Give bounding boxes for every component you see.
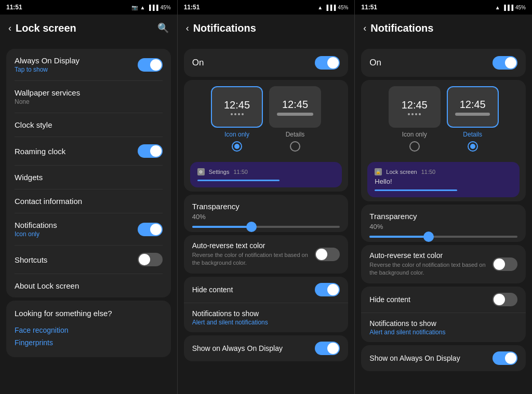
- face-recognition-link[interactable]: Face recognition: [15, 324, 163, 336]
- hide-content-text-2: Hide content: [369, 295, 486, 304]
- roaming-clock-toggle[interactable]: [138, 144, 163, 158]
- header-notifications-2: ‹ Notifications: [355, 15, 532, 42]
- notif-time-2: 11:50: [421, 169, 436, 175]
- radio-details-1[interactable]: [290, 141, 300, 152]
- slider-thumb-2[interactable]: [423, 232, 434, 242]
- notif-to-show-row-2[interactable]: Notifications to show Alert and silent n…: [361, 313, 526, 342]
- status-bar-mid: 11:51 ▲ ▐▐▐ 45%: [178, 0, 355, 15]
- notif-to-show-row-1[interactable]: Notifications to show Alert and silent n…: [184, 303, 349, 332]
- signal-icon-right: ▐▐▐: [502, 5, 513, 10]
- back-icon-notif2[interactable]: ‹: [363, 23, 366, 34]
- slider-track-2[interactable]: [369, 236, 517, 238]
- slider-fill-2: [369, 236, 429, 238]
- on-label-1: On: [192, 58, 204, 68]
- shortcuts-label: Shortcuts: [15, 255, 138, 264]
- notifications-1-title: Notifications: [193, 22, 347, 34]
- lock-screen-title: Lock screen: [16, 22, 157, 34]
- notifications-text: Notifications Icon only: [15, 221, 138, 238]
- menu-item-about-lock[interactable]: About Lock screen: [6, 274, 171, 297]
- transparency-value-1: 40%: [192, 213, 340, 221]
- radio-icon-only-1[interactable]: [232, 141, 242, 152]
- slider-thumb-1[interactable]: [246, 222, 257, 232]
- notifications-toggle[interactable]: [138, 223, 163, 236]
- aod-row-1: Show on Always On Display: [184, 335, 349, 361]
- roaming-clock-text: Roaming clock: [15, 147, 138, 156]
- style-selector-card-1: 12:45 Icon only: [184, 80, 349, 192]
- notifications-2-body: On 12:45: [355, 42, 532, 394]
- aod-row-2: Show on Always On Display: [361, 345, 526, 371]
- aod-toggle-1[interactable]: [315, 342, 340, 355]
- on-toggle-2[interactable]: [493, 56, 517, 70]
- on-toggle-card-2: On: [361, 49, 526, 77]
- auto-reverse-sub-2: Reverse the color of notification text b…: [369, 261, 486, 277]
- auto-reverse-label-1: Auto-reverse text color: [192, 241, 309, 250]
- aod-text-2: Show on Always On Display: [369, 354, 486, 362]
- menu-item-widgets[interactable]: Widgets: [6, 166, 171, 189]
- hide-content-toggle-2[interactable]: [493, 293, 517, 306]
- shortcuts-toggle[interactable]: [138, 253, 163, 266]
- about-lock-label: About Lock screen: [15, 281, 163, 290]
- about-lock-text: About Lock screen: [15, 281, 163, 290]
- wallpaper-label: Wallpaper services: [15, 88, 163, 97]
- notif-to-show-label-1: Notifications to show: [192, 309, 340, 318]
- widgets-text: Widgets: [15, 173, 163, 182]
- notif-app-icon-2: 🔒: [375, 168, 382, 175]
- notifications-1-body: On 12:45: [178, 42, 355, 394]
- hide-content-knob-1: [327, 284, 339, 295]
- menu-item-clock-style[interactable]: Clock style: [6, 113, 171, 137]
- status-icons-mid: ▲ ▐▐▐ 45%: [317, 5, 348, 10]
- slider-track-1[interactable]: [192, 226, 340, 228]
- auto-reverse-row-2: Auto-reverse text color Reverse the colo…: [361, 245, 526, 283]
- menu-item-always-on-display[interactable]: Always On Display Tap to show: [6, 49, 171, 80]
- menu-item-contact-info[interactable]: Contact information: [6, 189, 171, 213]
- on-toggle-knob-1: [327, 57, 339, 69]
- menu-item-shortcuts[interactable]: Shortcuts: [6, 246, 171, 274]
- auto-reverse-toggle-1[interactable]: [315, 248, 340, 261]
- menu-item-roaming-clock[interactable]: Roaming clock: [6, 137, 171, 165]
- aod-toggle-2[interactable]: [493, 351, 517, 365]
- dot3: [238, 113, 240, 115]
- notif-to-show-value-1: Alert and silent notifications: [192, 319, 340, 326]
- dot2-2: [411, 113, 414, 115]
- details-label-1: Details: [286, 131, 305, 138]
- auto-reverse-knob-2: [494, 259, 505, 270]
- icon-selector-1: 12:45 Icon only: [184, 80, 349, 158]
- fingerprints-link[interactable]: Fingerprints: [15, 336, 163, 349]
- panel-notifications-1: ‹ Notifications On 12:45: [177, 15, 355, 394]
- preview-dots-2: [408, 113, 421, 115]
- auto-reverse-card-1: Auto-reverse text color Reverse the colo…: [184, 235, 349, 274]
- back-icon-notif1[interactable]: ‹: [186, 23, 189, 34]
- aod-knob-1: [327, 343, 339, 354]
- radio-icon-only-2[interactable]: [409, 141, 420, 152]
- radio-details-2[interactable]: [468, 141, 478, 152]
- menu-item-notifications[interactable]: Notifications Icon only: [6, 213, 171, 245]
- notif-preview-2: 🔒 Lock screen 11:50 Hello!: [367, 162, 520, 197]
- slider-row-1: Transparency 40%: [184, 195, 349, 232]
- details-option-2[interactable]: 12:45 Details: [447, 86, 499, 152]
- dot2: [234, 113, 236, 115]
- bottom-section-card: Looking for something else? Face recogni…: [6, 301, 171, 357]
- transparency-card-2: Transparency 40%: [361, 205, 526, 242]
- header-notifications-1: ‹ Notifications: [178, 15, 355, 42]
- status-icons-left: 📷 ▲ ▐▐▐ 45%: [131, 5, 170, 10]
- notif-header-1: ⚙ Settings 11:50: [197, 168, 335, 175]
- always-on-display-toggle[interactable]: [138, 58, 163, 72]
- aod-knob-2: [505, 352, 516, 364]
- back-icon[interactable]: ‹: [8, 23, 11, 34]
- roaming-clock-label: Roaming clock: [15, 147, 138, 156]
- icon-only-option-2[interactable]: 12:45 Icon only: [389, 86, 441, 152]
- details-option-1[interactable]: 12:45 Details: [269, 86, 321, 152]
- time-left: 11:51: [6, 4, 22, 11]
- panel-notifications-2: ‹ Notifications On 12:45: [354, 15, 532, 394]
- on-toggle-1[interactable]: [315, 56, 340, 70]
- clock-style-label: Clock style: [15, 120, 163, 129]
- search-icon[interactable]: 🔍: [157, 22, 169, 34]
- auto-reverse-toggle-2[interactable]: [493, 257, 517, 271]
- menu-item-wallpaper[interactable]: Wallpaper services None: [6, 81, 171, 113]
- icon-only-option-1[interactable]: 12:45 Icon only: [211, 86, 263, 152]
- clock-style-text: Clock style: [15, 120, 163, 129]
- aod-card-1: Show on Always On Display: [184, 335, 349, 361]
- hide-content-toggle-1[interactable]: [315, 283, 340, 296]
- dot1: [231, 113, 233, 115]
- notif-preview-bar-1: [197, 180, 280, 181]
